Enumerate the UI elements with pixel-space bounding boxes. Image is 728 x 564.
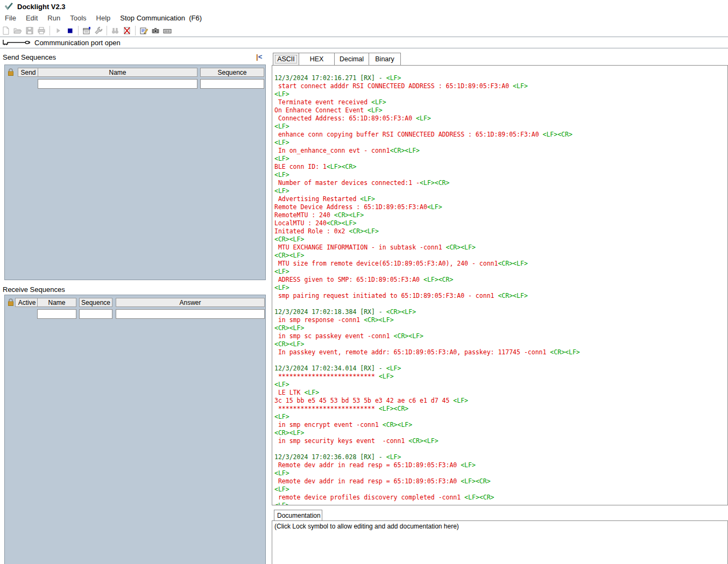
tab-binary[interactable]: Binary [369,53,400,65]
tab-decimal[interactable]: Decimal [335,53,369,65]
log-line: Remote dev addr in read resp = 65:1D:89:… [274,461,727,469]
active-column-header: Active [15,298,39,307]
keyboard-console-icon[interactable] [161,25,173,36]
log-line: smp pairing request initiated to 65:1D:8… [274,292,727,300]
log-line: in smp response -conn1 <CR><LF> [274,316,727,324]
log-line: RemoteMTU : 240 <CR><LF> [274,211,727,219]
send-sequences-panel: Send Name Sequence [4,65,266,280]
log-line: in smp sc passkey event -conn1 <CR><LF> [274,332,727,340]
log-line: Number of master devices connected:1 -<L… [274,179,727,187]
log-line: <LF> [274,155,727,163]
log-line: LE LTK <LF> [274,389,727,397]
tab-documentation[interactable]: Documentation [274,510,322,520]
log-line [274,445,727,453]
status-bar: Commmunication port open [0,37,728,48]
log-line [274,356,727,365]
log-line: ************************** <LF><CR> [274,405,727,413]
log-view-tabs: ASCIIHEXDecimalBinary [273,53,401,65]
project-settings-icon[interactable] [81,25,93,36]
send-name-input[interactable] [38,79,197,89]
receive-sequences-panel: Active Name Sequence Answer [4,295,266,564]
log-line: Advertising Restarted <LF> [274,195,727,203]
log-line: BLE conn ID: 1<LF><CR> [274,163,727,171]
log-line: Remote dev addr in read resp = 65:1D:89:… [274,477,727,486]
menu-item-edit[interactable]: Edit [21,14,43,22]
log-line: MTU size from remote device(65:1D:89:05:… [274,260,727,268]
toolbar-separator [135,26,136,35]
log-line: Initated Role : 0x2 <CR><LF> [274,227,727,235]
log-line: <CR><LF> [274,252,727,260]
receive-sequence-header: Sequence [79,298,112,307]
send-sequences-title: Send Sequences [3,53,56,61]
documentation-area[interactable]: (Click Lock symbol to allow editing and … [272,520,728,564]
log-line: ************************** <LF> [274,373,727,381]
log-line: <CR><LF> [274,340,727,348]
stop-communication-icon[interactable] [64,25,76,36]
tab-ascii[interactable]: ASCII [273,53,299,65]
log-line: <LF> [274,90,727,98]
menu-item-tools[interactable]: Tools [65,14,91,22]
find-binoculars-icon[interactable] [109,25,121,36]
log-line: <LF> [274,123,727,131]
menu-item-run[interactable]: Run [43,14,65,22]
receive-sequence-input[interactable] [79,309,112,319]
save-project-icon[interactable] [24,25,36,36]
receive-lock-icon[interactable] [7,298,16,306]
log-line: Terminate event received <LF> [274,98,727,106]
serial-connector-icon [2,38,31,47]
send-sequence-header: Sequence [200,68,264,77]
clear-log-icon[interactable] [121,25,133,36]
log-line: remote device profiles discovery complet… [274,494,727,502]
log-line: <LF> [274,171,727,179]
log-line: LocalMTU : 240<CR><LF> [274,219,727,227]
log-line: <LF> [274,187,727,195]
log-line [274,300,727,308]
log-line: in smp security keys event -conn1 <CR><L… [274,437,727,445]
send-lock-icon[interactable] [7,68,16,76]
log-line: ADRESS given to SMP: 65:1D:89:05:F3:A0 <… [274,276,727,284]
receive-name-input[interactable] [37,309,76,319]
window-title: Docklight V2.3 [17,3,66,11]
menu-item-stop-communication-f6[interactable]: Stop Communication (F6) [115,14,207,22]
log-line: In passkey event, remote addr: 65:1D:89:… [274,348,727,356]
print-icon[interactable] [36,25,47,36]
toolbar-separator [107,26,107,35]
log-line: <LF> [274,268,727,276]
toolbar-separator [78,26,79,35]
options-wrench-icon[interactable] [93,25,104,36]
receive-name-header: Name [37,298,76,307]
edit-notes-icon[interactable] [138,25,150,36]
new-document-icon[interactable] [0,25,12,36]
collapse-send-panel-button[interactable]: |< [256,53,262,61]
send-name-header: Name [38,68,197,77]
log-line: 12/3/2024 17:02:16.271 [RX] - <LF> [274,74,727,82]
log-line: <LF> [274,486,727,494]
log-line: 12/3/2024 17:02:36.028 [RX] - <LF> [274,453,727,461]
log-line: In on_enhance_conn evt - conn1<CR><LF> [274,147,727,155]
log-line: <CR><LF> [274,324,727,332]
title-bar: Docklight V2.3 [0,0,728,13]
receive-answer-header: Answer [116,298,265,307]
menu-item-file[interactable]: File [0,14,21,22]
log-line: On Enhance Connect Event <LF> [274,106,727,115]
send-sequence-input[interactable] [200,79,264,89]
log-line: <LF> [274,284,727,292]
log-line: start connect adddr RSI CONNECTEED ADDRE… [274,82,727,90]
menu-item-help[interactable]: Help [91,14,116,22]
tab-hex[interactable]: HEX [299,53,335,65]
docklight-logo-icon [4,2,13,11]
log-line: <LF> [274,413,727,421]
receive-sequences-title: Receive Sequences [3,285,65,294]
log-line: <CR><LF> [274,235,727,244]
log-line: <LF> [274,381,727,389]
log-line: enhance conn copying buffer RSI CONNECTE… [274,131,727,139]
log-line: Remote Device Address : 65:1D:89:05:F3:A… [274,203,727,211]
communication-log[interactable]: 12/3/2024 17:02:16.271 [RX] - <LF> start… [272,65,728,505]
open-project-icon[interactable] [12,25,24,36]
receive-answer-input[interactable] [116,309,265,319]
log-line: Connected Address: 65:1D:89:05:F3:A0 <LF… [274,115,727,123]
start-communication-icon[interactable] [52,25,64,36]
toolbar [0,24,728,37]
snapshot-camera-icon[interactable] [150,25,161,36]
log-line: MTU EXCHANGE INFORMATION - in subtask -c… [274,244,727,252]
